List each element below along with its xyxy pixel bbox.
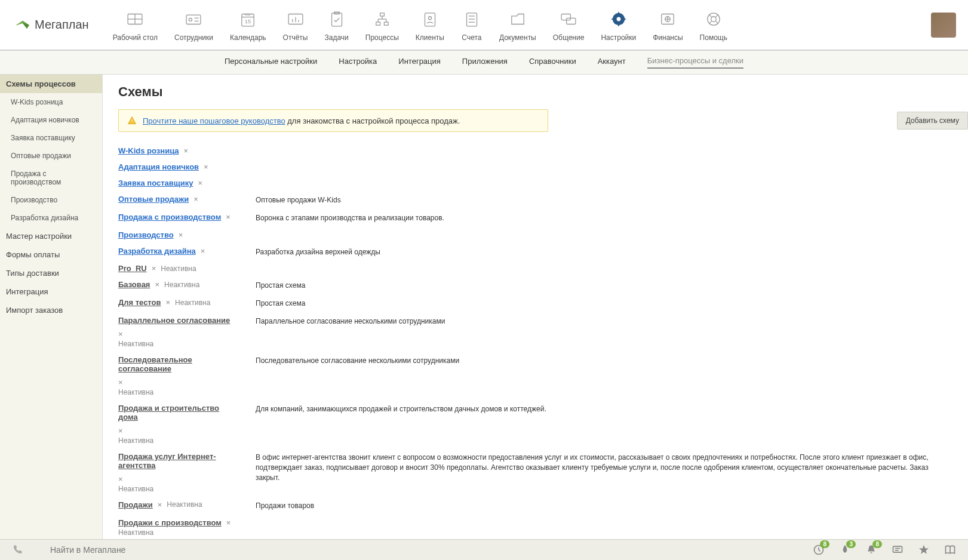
- delete-schema-icon[interactable]: ×: [166, 298, 171, 307]
- schema-link[interactable]: W-Kids розница: [118, 146, 179, 155]
- sidebar-item[interactable]: Продажа с производством: [0, 165, 102, 191]
- schema-description: Параллельное согласование несколькими со…: [256, 316, 952, 327]
- nav-label: Задачи: [324, 33, 348, 42]
- delete-schema-icon[interactable]: ×: [179, 230, 183, 239]
- lifebuoy-icon: [703, 8, 724, 30]
- nav-label: Клиенты: [416, 33, 444, 42]
- delete-schema-icon[interactable]: ×: [198, 179, 202, 187]
- schema-link[interactable]: Адаптация новичков: [118, 162, 199, 171]
- delete-schema-icon[interactable]: ×: [118, 378, 123, 387]
- guide-notice: ! Прочтите наше пошаговое руководство дл…: [118, 109, 548, 132]
- svg-point-25: [428, 16, 431, 19]
- nav-employees[interactable]: Сотрудники: [174, 8, 213, 42]
- sidebar-item[interactable]: Заявка поставщику: [0, 129, 102, 147]
- subnav-account[interactable]: Аккаунт: [598, 57, 626, 68]
- nav-reports[interactable]: Отчёты: [283, 8, 308, 42]
- logo-text: Мегаплан: [35, 18, 89, 32]
- nav-clients[interactable]: Клиенты: [416, 8, 444, 42]
- status-label: Неактивна: [118, 340, 238, 348]
- logo[interactable]: Мегаплан: [14, 17, 89, 33]
- nav-documents[interactable]: Документы: [499, 8, 536, 42]
- schema-link[interactable]: Продажи: [118, 500, 153, 509]
- calendar-icon: март15: [237, 8, 259, 30]
- schema-link[interactable]: Продажа с производством: [118, 213, 221, 221]
- delete-schema-icon[interactable]: ×: [201, 247, 205, 256]
- schema-link[interactable]: Разработка дизайна: [118, 247, 196, 256]
- delete-schema-icon[interactable]: ×: [226, 213, 231, 221]
- status-label: Неактивна: [118, 528, 238, 537]
- delete-schema-icon[interactable]: ×: [226, 518, 231, 527]
- svg-line-42: [709, 21, 711, 23]
- svg-line-40: [709, 14, 711, 17]
- delete-schema-icon[interactable]: ×: [155, 280, 159, 289]
- sidebar-item[interactable]: Адаптация новичков: [0, 111, 102, 129]
- svg-rect-18: [376, 22, 380, 25]
- schema-link[interactable]: Продажа и строительство дома: [118, 404, 238, 421]
- safe-icon: [657, 8, 678, 30]
- nav-label: Отчёты: [283, 33, 308, 42]
- nav-help[interactable]: Помощь: [700, 8, 727, 42]
- subnav-config[interactable]: Настройка: [339, 57, 377, 68]
- sidebar-item[interactable]: Импорт заказов: [0, 301, 102, 319]
- schema-link[interactable]: Параллельное согласование: [118, 316, 230, 325]
- sidebar-item[interactable]: Оптовые продажи: [0, 147, 102, 165]
- chat-icon: [558, 8, 579, 30]
- svg-rect-30: [561, 14, 570, 20]
- nav-calendar[interactable]: март15 Календарь: [230, 8, 266, 42]
- schema-description: В офис интернет-агентства звонит клиент …: [256, 452, 952, 482]
- subnav-apps[interactable]: Приложения: [462, 57, 508, 68]
- delete-schema-icon[interactable]: ×: [152, 264, 156, 273]
- sidebar-item[interactable]: W-Kids розница: [0, 93, 102, 111]
- schema-row: Для тестов×НеактивнаПростая схема: [118, 294, 952, 312]
- svg-point-39: [711, 16, 717, 21]
- logo-icon: [14, 17, 31, 33]
- user-avatar[interactable]: [931, 13, 956, 38]
- sidebar-item[interactable]: Производство: [0, 191, 102, 209]
- schema-link[interactable]: Производство: [118, 230, 174, 239]
- nav-finance[interactable]: Финансы: [653, 8, 683, 42]
- nav-processes[interactable]: Процессы: [365, 8, 399, 42]
- delete-schema-icon[interactable]: ×: [204, 162, 208, 171]
- sidebar-item[interactable]: Формы оплаты: [0, 245, 102, 264]
- schema-description: Продажи товаров: [256, 500, 952, 511]
- subnav-integration[interactable]: Интеграция: [398, 57, 441, 68]
- sidebar-item[interactable]: Интеграция: [0, 282, 102, 301]
- nav-label: Рабочий стол: [113, 33, 158, 42]
- delete-schema-icon[interactable]: ×: [193, 195, 198, 204]
- top-navigation: Мегаплан Рабочий стол Сотрудники март15 …: [0, 0, 968, 51]
- add-schema-button[interactable]: Добавить схему: [897, 112, 968, 130]
- nav-label: Настройки: [601, 33, 636, 42]
- sidebar-item[interactable]: Мастер настройки: [0, 227, 102, 245]
- svg-rect-26: [466, 13, 477, 26]
- schema-row: Продажи×НеактивнаПродажи товаров: [118, 497, 952, 515]
- schema-row: Продажа с производством×Воронка с этапам…: [118, 209, 952, 227]
- subnav-references[interactable]: Справочники: [529, 57, 576, 68]
- subnav-personal[interactable]: Персональные настройки: [225, 57, 317, 68]
- schema-row: Производство×: [118, 227, 952, 243]
- nav-desktop[interactable]: Рабочий стол: [113, 8, 158, 42]
- nav-communication[interactable]: Общение: [553, 8, 585, 42]
- delete-schema-icon[interactable]: ×: [184, 146, 189, 155]
- schema-link[interactable]: Pro_RU: [118, 264, 147, 273]
- nav-settings[interactable]: Настройки: [601, 8, 636, 42]
- guide-link[interactable]: Прочтите наше пошаговое руководство: [143, 116, 285, 125]
- delete-schema-icon[interactable]: ×: [118, 475, 123, 484]
- schema-link[interactable]: Заявка поставщику: [118, 179, 193, 187]
- delete-schema-icon[interactable]: ×: [118, 426, 123, 435]
- schema-link[interactable]: Оптовые продажи: [118, 195, 189, 204]
- sidebar-item[interactable]: Разработка дизайна: [0, 209, 102, 227]
- schema-link[interactable]: Последовательное согласование: [118, 355, 238, 373]
- svg-text:март: март: [245, 13, 251, 16]
- subnav-processes[interactable]: Бизнес-процессы и сделки: [647, 56, 743, 69]
- delete-schema-icon[interactable]: ×: [118, 330, 123, 339]
- sidebar-item[interactable]: Типы доставки: [0, 264, 102, 282]
- status-label: Неактивна: [118, 436, 238, 445]
- schema-link[interactable]: Продажа услуг Интернет-агентства: [118, 452, 238, 470]
- sidebar-item[interactable]: Схемы процессов: [0, 75, 102, 93]
- nav-tasks[interactable]: Задачи: [324, 8, 348, 42]
- nav-invoices[interactable]: Счета: [461, 8, 483, 42]
- schema-link[interactable]: Продажи с производством: [118, 518, 222, 527]
- schema-link[interactable]: Для тестов: [118, 298, 161, 307]
- delete-schema-icon[interactable]: ×: [158, 500, 162, 509]
- schema-link[interactable]: Базовая: [118, 280, 150, 289]
